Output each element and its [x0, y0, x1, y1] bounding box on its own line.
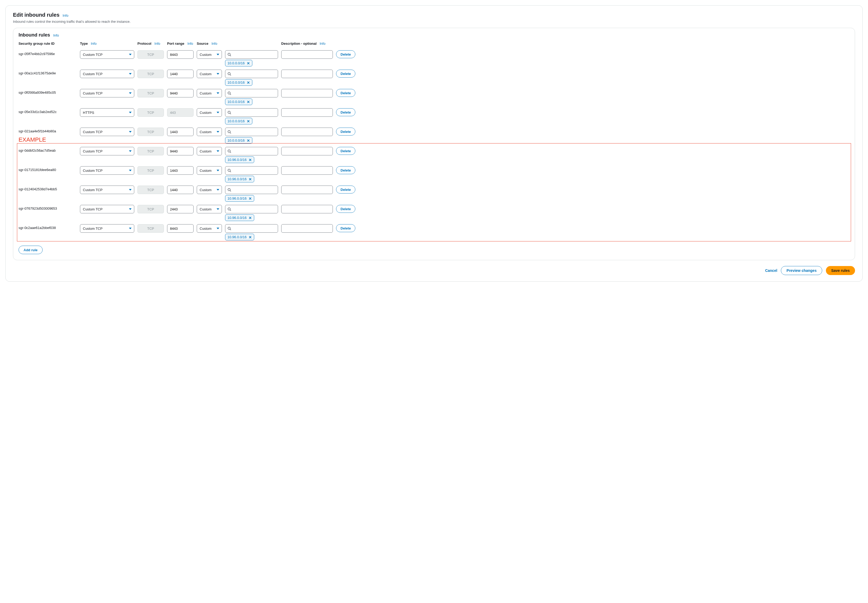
description-input[interactable]: [281, 147, 333, 155]
cidr-search-input[interactable]: [225, 128, 278, 136]
cidr-search-input[interactable]: [225, 224, 278, 233]
close-icon[interactable]: ✕: [249, 158, 252, 162]
port-range-input[interactable]: [167, 70, 193, 78]
source-select[interactable]: Custom: [197, 70, 222, 78]
delete-button[interactable]: Delete: [336, 224, 355, 232]
type-select-value[interactable]: Custom TCP: [80, 166, 134, 175]
type-select-value[interactable]: HTTPS: [80, 108, 134, 117]
type-select-value[interactable]: Custom TCP: [80, 224, 134, 233]
port-range-input[interactable]: [167, 89, 193, 97]
close-icon[interactable]: ✕: [249, 177, 252, 181]
description-input[interactable]: [281, 205, 333, 213]
type-select-value[interactable]: Custom TCP: [80, 186, 134, 194]
close-icon[interactable]: ✕: [247, 139, 250, 142]
description-input[interactable]: [281, 89, 333, 97]
cidr-search-input[interactable]: [225, 166, 278, 175]
description-input[interactable]: [281, 50, 333, 59]
delete-button[interactable]: Delete: [336, 50, 355, 58]
type-select[interactable]: HTTPS: [80, 108, 134, 117]
type-select[interactable]: Custom TCP: [80, 50, 134, 59]
port-range-input[interactable]: [167, 147, 193, 155]
type-select[interactable]: Custom TCP: [80, 205, 134, 213]
source-select[interactable]: Custom: [197, 50, 222, 59]
delete-button[interactable]: Delete: [336, 89, 355, 97]
protocol-info-link[interactable]: Info: [155, 42, 160, 46]
close-icon[interactable]: ✕: [247, 62, 250, 65]
type-info-link[interactable]: Info: [91, 42, 97, 46]
source-select[interactable]: Custom: [197, 89, 222, 97]
port-range-input[interactable]: [167, 186, 193, 194]
close-icon[interactable]: ✕: [247, 100, 250, 104]
panel-info-link[interactable]: Info: [53, 33, 59, 37]
cidr-chip[interactable]: 10.96.0.0/16✕: [225, 214, 254, 221]
delete-button[interactable]: Delete: [336, 147, 355, 155]
delete-button[interactable]: Delete: [336, 70, 355, 77]
type-select-value[interactable]: Custom TCP: [80, 128, 134, 136]
port-range-input[interactable]: [167, 166, 193, 175]
close-icon[interactable]: ✕: [247, 81, 250, 84]
description-input[interactable]: [281, 108, 333, 117]
cidr-chip[interactable]: 10.0.0.0/16✕: [225, 60, 252, 66]
cidr-chip[interactable]: 10.96.0.0/16✕: [225, 156, 254, 163]
preview-changes-button[interactable]: Preview changes: [781, 266, 822, 275]
description-input[interactable]: [281, 166, 333, 175]
close-icon[interactable]: ✕: [247, 119, 250, 123]
cidr-chip[interactable]: 10.0.0.0/16✕: [225, 79, 252, 86]
source-select[interactable]: Custom: [197, 186, 222, 194]
description-input[interactable]: [281, 186, 333, 194]
type-select-value[interactable]: Custom TCP: [80, 70, 134, 78]
type-select-value[interactable]: Custom TCP: [80, 205, 134, 213]
cidr-search-input[interactable]: [225, 147, 278, 155]
cidr-chip[interactable]: 10.96.0.0/16✕: [225, 176, 254, 182]
type-select[interactable]: Custom TCP: [80, 224, 134, 233]
type-select-value[interactable]: Custom TCP: [80, 147, 134, 155]
cidr-search-input[interactable]: [225, 89, 278, 97]
close-icon[interactable]: ✕: [249, 197, 252, 200]
delete-button[interactable]: Delete: [336, 186, 355, 193]
header-info-link[interactable]: Info: [62, 14, 68, 17]
cidr-search-input[interactable]: [225, 70, 278, 78]
cidr-search-input[interactable]: [225, 186, 278, 194]
cancel-button[interactable]: Cancel: [765, 268, 777, 273]
add-rule-button[interactable]: Add rule: [19, 246, 43, 254]
cidr-chip[interactable]: 10.96.0.0/16✕: [225, 234, 254, 240]
cidr-search-input[interactable]: [225, 108, 278, 117]
cidr-chip[interactable]: 10.96.0.0/16✕: [225, 195, 254, 202]
cidr-search-input[interactable]: [225, 205, 278, 213]
delete-button[interactable]: Delete: [336, 205, 355, 213]
source-select[interactable]: Custom: [197, 205, 222, 213]
type-select[interactable]: Custom TCP: [80, 186, 134, 194]
close-icon[interactable]: ✕: [249, 216, 252, 220]
delete-button[interactable]: Delete: [336, 108, 355, 116]
delete-button[interactable]: Delete: [336, 128, 355, 136]
port-info-link[interactable]: Info: [187, 42, 193, 46]
description-input[interactable]: [281, 70, 333, 78]
port-range-input[interactable]: [167, 128, 193, 136]
description-input[interactable]: [281, 128, 333, 136]
type-select[interactable]: Custom TCP: [80, 70, 134, 78]
description-info-link[interactable]: Info: [320, 42, 325, 46]
type-select-value[interactable]: Custom TCP: [80, 89, 134, 97]
cidr-search-input[interactable]: [225, 50, 278, 59]
source-select[interactable]: Custom: [197, 166, 222, 175]
delete-button[interactable]: Delete: [336, 166, 355, 174]
port-range-input[interactable]: [167, 205, 193, 213]
source-select[interactable]: Custom: [197, 108, 222, 117]
source-select[interactable]: Custom: [197, 224, 222, 233]
source-select[interactable]: Custom: [197, 128, 222, 136]
type-select[interactable]: Custom TCP: [80, 147, 134, 155]
description-input[interactable]: [281, 224, 333, 233]
source-info-link[interactable]: Info: [212, 42, 217, 46]
source-select[interactable]: Custom: [197, 147, 222, 155]
type-select-value[interactable]: Custom TCP: [80, 50, 134, 59]
type-select[interactable]: Custom TCP: [80, 128, 134, 136]
port-range-input[interactable]: [167, 224, 193, 233]
save-rules-button[interactable]: Save rules: [826, 266, 855, 275]
type-select[interactable]: Custom TCP: [80, 89, 134, 97]
cidr-chip[interactable]: 10.0.0.0/16✕: [225, 118, 252, 124]
cidr-chip[interactable]: 10.0.0.0/16✕: [225, 99, 252, 105]
cidr-chip[interactable]: 10.0.0.0/16✕: [225, 137, 252, 144]
port-range-input[interactable]: [167, 50, 193, 59]
type-select[interactable]: Custom TCP: [80, 166, 134, 175]
close-icon[interactable]: ✕: [249, 235, 252, 239]
